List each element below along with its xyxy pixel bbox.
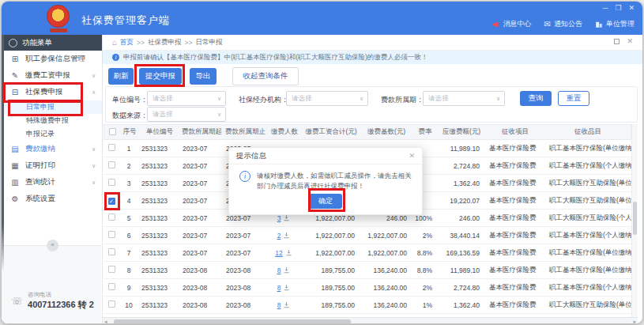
- cell-salary-total: 189,755.00: [301, 266, 360, 274]
- scroll-left-icon[interactable]: ◂: [104, 319, 107, 324]
- export-button[interactable]: 导出: [190, 68, 217, 85]
- sidebar-header: 功能菜单: [2, 35, 102, 51]
- cell-people-count: 8: [266, 284, 301, 292]
- chart-icon: ▥: [10, 178, 20, 187]
- cell-levy-item: 基本医疗保险费: [484, 179, 544, 188]
- period-select[interactable]: 请选择∨: [423, 91, 505, 106]
- notice-board-link[interactable]: ✉ 通知公告: [544, 19, 582, 29]
- cell-unit-no: 2531323: [138, 266, 179, 274]
- people-count-link[interactable]: 3: [277, 214, 281, 222]
- row-checkbox[interactable]: [108, 161, 115, 168]
- people-count-link[interactable]: 12: [275, 249, 282, 257]
- row-checkbox[interactable]: [108, 266, 115, 273]
- row-checkbox[interactable]: [108, 231, 115, 238]
- row-checkbox[interactable]: [108, 283, 115, 290]
- message-center-link[interactable]: 消息中心: [492, 19, 532, 29]
- cell-people-count: 8: [266, 301, 301, 309]
- vertical-scrollbar[interactable]: [631, 124, 638, 318]
- scroll-right-icon[interactable]: ▸: [633, 319, 636, 324]
- table-row: 1025313232023-082023-088189,755.00136,24…: [104, 297, 631, 314]
- cell-seq: 8: [119, 266, 138, 274]
- cell-levy-category: 职工基本医疗保险(个人缴纳): [544, 231, 631, 240]
- grid-icon: ⊞: [10, 55, 20, 63]
- horizontal-scrollbar[interactable]: ◂ ▸: [103, 317, 638, 324]
- vertical-scrollbar-thumb[interactable]: [633, 202, 637, 235]
- row-checkbox[interactable]: ✓: [108, 198, 115, 205]
- download-icon[interactable]: [283, 214, 290, 221]
- cell-unit-no: 2531323: [138, 162, 179, 170]
- sidebar-item-salary-declare[interactable]: ✎ 缴费工资申报 ∨: [2, 67, 102, 84]
- unit-no-select[interactable]: 请选择∨: [147, 91, 226, 106]
- select-all-checkbox[interactable]: [109, 128, 116, 135]
- agency-label: 社保经办机构：: [239, 95, 288, 105]
- people-count-link[interactable]: 8: [277, 266, 281, 274]
- people-count-link[interactable]: 8: [277, 284, 281, 292]
- sidebar-item-query-statistics[interactable]: ▥ 查询统计 ∨: [2, 174, 102, 191]
- cell-rate: 2%: [412, 232, 437, 240]
- minimize-button[interactable]: ─: [603, 4, 608, 12]
- cell-amount: 38,440.14: [437, 232, 484, 240]
- sidebar-item-fee-payment[interactable]: ▤ 费款缴纳 ∨: [2, 141, 102, 157]
- sidebar-item-certificate-print[interactable]: ▦ 证明打印 ∨: [2, 157, 102, 174]
- sidebar-collapse-button[interactable]: «: [47, 240, 58, 251]
- cell-seq: 2: [119, 162, 138, 170]
- download-icon[interactable]: [285, 249, 292, 256]
- row-checkbox[interactable]: [108, 144, 115, 151]
- notice-bar: i 申报前请确认【基本医疗保险费】中(职工基本医疗保险)和(职工大额医疗互助保险…: [103, 51, 642, 64]
- cell-period-end: 2023-08: [223, 266, 266, 274]
- people-count-link[interactable]: 2: [277, 232, 281, 240]
- sidebar-item-declare-records[interactable]: 申报记录: [2, 127, 102, 141]
- close-button[interactable]: ✕: [628, 4, 635, 12]
- download-icon[interactable]: [283, 301, 290, 308]
- download-icon[interactable]: [283, 266, 290, 274]
- cell-amount: 1,362.40: [437, 180, 484, 187]
- sidebar-item-social-fee-declare[interactable]: ⊟ 社保费申报 ∧: [2, 84, 102, 100]
- data-source-select[interactable]: 请选择∨: [147, 107, 226, 122]
- hotline-number: 4007112366 转 2: [28, 299, 94, 311]
- dialog-close-icon[interactable]: ✕: [409, 152, 415, 160]
- cell-seq: 10: [119, 301, 138, 309]
- sidebar-item-system-settings[interactable]: ⚙ 系统设置: [2, 191, 102, 207]
- cell-rate: 100%: [412, 214, 437, 222]
- reset-button[interactable]: 重置: [558, 91, 589, 106]
- cell-period-start: 2023-07: [179, 249, 223, 257]
- title-bar: 社保费管理客户端 ─ ❐ ✕ 消息中心 ✉ 通知公告 单位管理: [2, 2, 642, 35]
- cell-levy-category: 职工大额医疗互助保险(单位...: [544, 196, 631, 206]
- cell-people-count: 12: [266, 249, 301, 257]
- row-checkbox[interactable]: [108, 214, 115, 221]
- sidebar-item-daily-declare[interactable]: 日常申报: [2, 100, 102, 114]
- horizontal-scrollbar-thumb[interactable]: [114, 319, 351, 324]
- refresh-button[interactable]: 刷新: [108, 68, 134, 85]
- search-button[interactable]: 查询: [520, 91, 552, 106]
- download-icon[interactable]: [283, 232, 290, 239]
- row-checkbox[interactable]: [108, 300, 115, 308]
- cell-salary-total: 1,922,007.00: [301, 232, 360, 240]
- phone-icon: ☏: [11, 296, 23, 307]
- breadcrumb-home[interactable]: 首页: [120, 38, 134, 47]
- cell-salary-total: 1,922,007.00: [301, 249, 360, 257]
- tab-close-icon[interactable]: ✕: [627, 39, 633, 44]
- sidebar-item-special-declare[interactable]: 特殊缴费申报: [2, 114, 102, 127]
- confirm-button[interactable]: 确定: [309, 194, 342, 209]
- cell-levy-category: 职工大额医疗互助保险(个人...: [544, 214, 631, 223]
- agency-select[interactable]: 请选择∨: [286, 91, 368, 106]
- submit-declare-button[interactable]: 提交申报: [139, 68, 182, 85]
- row-checkbox[interactable]: [108, 248, 115, 255]
- people-count-link[interactable]: 8: [277, 301, 281, 309]
- cell-rate: 8.8%: [412, 266, 437, 274]
- cell-people-count: 3: [266, 214, 301, 222]
- cell-salary-total: 1,922,007.00: [301, 214, 360, 222]
- unit-management-link[interactable]: 单位管理: [595, 19, 635, 29]
- tab-restore-icon[interactable]: [614, 39, 620, 44]
- cell-levy-item: 基本医疗保险费: [484, 161, 544, 171]
- cell-period-start: 2023-07: [179, 180, 223, 187]
- download-icon[interactable]: [283, 284, 290, 291]
- cell-salary-total: 189,755.00: [301, 284, 360, 292]
- sidebar-item-employee-info[interactable]: ⊞ 职工参保信息管理: [2, 51, 102, 67]
- restore-button[interactable]: ❐: [615, 4, 621, 12]
- collapse-query-button[interactable]: 收起查询条件: [232, 67, 299, 85]
- cell-levy-item: 基本医疗保险费: [484, 248, 544, 258]
- cell-amount: 11,989.10: [437, 266, 484, 274]
- row-checkbox[interactable]: [108, 179, 115, 186]
- cell-amount: 2,724.80: [437, 162, 484, 170]
